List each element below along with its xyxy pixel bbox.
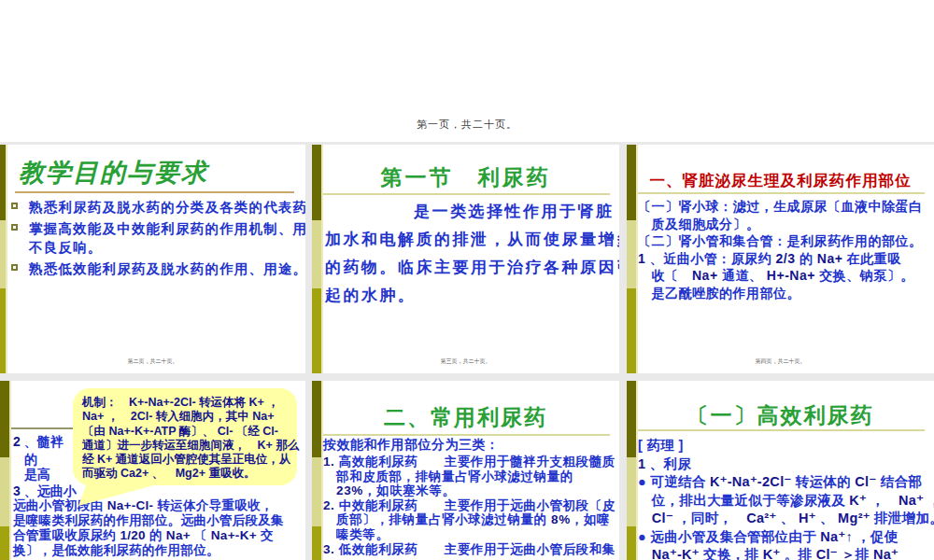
bullet-item: 熟悉利尿药及脱水药的分类及各类的代表药 [11, 198, 300, 217]
title-underline [638, 192, 925, 194]
slide-body: 〔一〕肾小球：滤过，生成原尿〔血液中除蛋白 质及细胞成分〕。〔二〕肾小管和集合管… [638, 198, 930, 302]
slide-title: 第一节 利尿药 [312, 163, 619, 192]
slide-thumbnail-6[interactable]: 〔一〕高效利尿药 [ 药理 ]1 、利尿● 可逆结合 K⁺-Na⁺-2Cl⁻ 转… [627, 381, 934, 560]
bullet-text: 熟悉利尿药及脱水药的分类及各类的代表药 [29, 198, 300, 217]
callout-text: 机制： K+-Na+-2Cl- 转运体将 K+ ，Na+ ， 2Cl- 转入细胞… [82, 396, 295, 482]
bullet-text: 掌握高效能及中效能利尿药的作用机制、用途、不良反响。 [29, 219, 300, 258]
title-underline [638, 429, 925, 431]
handout-page: 第一页，共二十页。 教学目的与要求 熟悉利尿药及脱水药的分类及各类的代表药 掌握… [0, 0, 934, 560]
slide-intro: 按效能和作用部位分为三类： [323, 437, 500, 454]
slide-thumbnail-4[interactable]: 2 、髓袢 的 是高 3 、远曲小 远曲小管初段由 Na+-Cl- 转运体介导重… [0, 381, 305, 560]
bullet-list: 熟悉利尿药及脱水药的分类及各类的代表药 掌握高效能及中效能利尿药的作用机制、用途… [11, 198, 300, 280]
slide-body: 1. 高效能利尿药 主要作用于髓袢升支粗段髓质 部和皮质部，排钠量占肾小球滤过钠… [323, 455, 617, 556]
slide-thumbnail-1[interactable]: 教学目的与要求 熟悉利尿药及脱水药的分类及各类的代表药 掌握高效能及中效能利尿药… [0, 145, 305, 373]
title-underline [15, 191, 294, 193]
slide-page-footer: 第四页，共二十页。 [627, 357, 934, 366]
bullet-square-icon [11, 224, 18, 231]
page-number-label: 第一页，共二十页。 [0, 118, 934, 132]
text-fragment: 2 、髓袢 [13, 434, 64, 451]
title-underline [323, 193, 610, 195]
slide-title: 一、肾脏泌尿生理及利尿药作用部位 [627, 171, 934, 191]
slide-page-footer: 第三页，共二十页。 [312, 357, 619, 366]
slide-title: 教学目的与要求 [19, 156, 208, 189]
slide-edge-bar [0, 381, 9, 560]
title-underline-fragment [11, 427, 75, 429]
slide-title: 〔一〕高效利尿药 [627, 401, 934, 430]
title-underline [323, 434, 610, 436]
slide-thumbnail-5[interactable]: 二、常用利尿药 按效能和作用部位分为三类： 1. 高效能利尿药 主要作用于髓袢升… [312, 381, 619, 560]
bullet-text: 熟悉低效能利尿药及脱水药的作用、用途。 [29, 259, 300, 279]
bullet-item: 掌握高效能及中效能利尿药的作用机制、用途、不良反响。 [11, 219, 300, 258]
text-fragment: 是高 [24, 467, 50, 483]
slide-edge-line [6, 145, 7, 373]
slide-edge-line [9, 381, 11, 560]
bullet-square-icon [11, 264, 18, 271]
slide-thumbnail-3[interactable]: 一、肾脏泌尿生理及利尿药作用部位 〔一〕肾小球：滤过，生成原尿〔血液中除蛋白 质… [627, 145, 934, 373]
slide-body: [ 药理 ]1 、利尿● 可逆结合 K⁺-Na⁺-2Cl⁻ 转运体的 Cl⁻ 结… [638, 437, 932, 560]
slide-body: 远曲小管初段由 Na+-Cl- 转运体介导重吸收，是噻嗪类利尿药的作用部位。远曲… [13, 498, 304, 558]
slide-page-footer: 第二页，共二十页。 [0, 357, 305, 366]
slide-title: 二、常用利尿药 [312, 403, 619, 432]
slide-thumbnail-2[interactable]: 第一节 利尿药 是一类选择性作用于肾脏，增加水和电解质的排泄，从而使尿量增多的药… [312, 145, 619, 373]
slide-body: 是一类选择性作用于肾脏，增加水和电解质的排泄，从而使尿量增多的药物。临床主要用于… [325, 198, 612, 310]
bullet-square-icon [11, 203, 18, 209]
bullet-item: 熟悉低效能利尿药及脱水药的作用、用途。 [11, 259, 300, 279]
